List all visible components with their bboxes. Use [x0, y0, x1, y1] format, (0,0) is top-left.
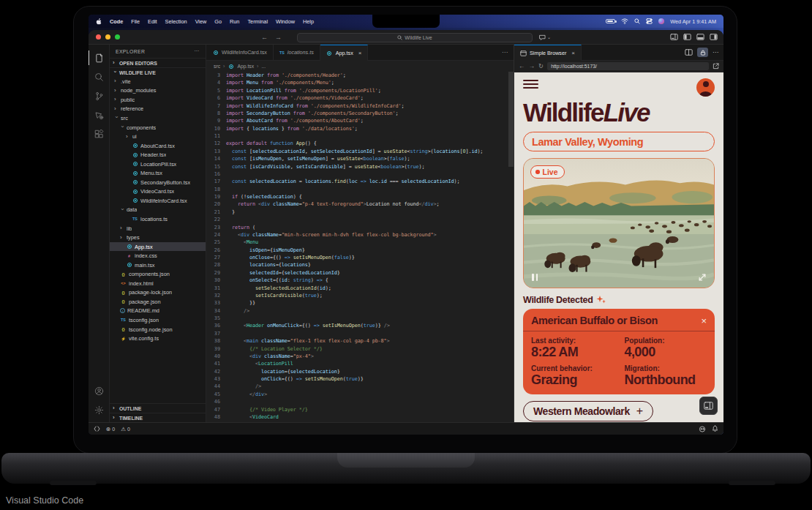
forward-icon[interactable]: → — [275, 34, 282, 41]
tree-file-AboutCard.tsx[interactable]: AboutCard.tsx — [110, 141, 206, 151]
code-editor[interactable]: 3456789101112131415161718192021222324252… — [206, 72, 514, 422]
tab-wildlifeinfocard[interactable]: WildlifeInfoCard.tsx — [206, 45, 274, 60]
pause-icon[interactable] — [532, 274, 538, 281]
tree-folder-node_modules[interactable]: ›node_modules — [110, 86, 206, 96]
tree-folder-src[interactable]: ›src — [110, 113, 206, 123]
tree-file-locations.ts[interactable]: TSlocations.ts — [110, 214, 206, 224]
menubar-item-go[interactable]: Go — [214, 18, 222, 25]
tree-file-Header.tsx[interactable]: Header.tsx — [110, 150, 206, 160]
menubar-item-window[interactable]: Window — [276, 18, 295, 25]
tree-file-VideoCard.tsx[interactable]: VideoCard.tsx — [110, 187, 206, 197]
tree-folder-components[interactable]: ›components — [110, 123, 206, 132]
browser-reload-icon[interactable]: ↻ — [538, 63, 544, 70]
breadcrumb-file[interactable]: App.tsx — [237, 64, 254, 69]
tab-app-active[interactable]: App.tsx × — [320, 45, 369, 61]
spotlight-search-icon[interactable] — [634, 18, 640, 24]
editor-scrollbar[interactable] — [508, 72, 514, 167]
source-control-icon[interactable] — [89, 86, 110, 105]
browser-forward-icon[interactable]: → — [529, 63, 535, 70]
split-editor-icon[interactable] — [685, 49, 693, 56]
next-species-button[interactable]: Western Meadowlark + — [523, 401, 653, 421]
tree-file-App.tsx[interactable]: App.tsx — [110, 242, 206, 252]
menubar-item-view[interactable]: View — [195, 18, 207, 25]
tree-folder-lib[interactable]: ›lib — [110, 224, 206, 233]
live-video-card[interactable]: Live — [523, 158, 715, 288]
copilot-menu[interactable]: ⌄ — [539, 34, 551, 40]
notifications-bell-icon[interactable] — [712, 425, 718, 432]
close-tab-icon[interactable]: × — [571, 50, 575, 56]
accounts-icon[interactable] — [89, 381, 110, 400]
menubar-item-selection[interactable]: Selection — [165, 18, 187, 25]
location-pill-button[interactable]: Lamar Valley, Wyoming — [523, 132, 715, 151]
tree-file-WildlifeInfoCard.tsx[interactable]: WildlifeInfoCard.tsx — [110, 196, 206, 206]
tree-file-components.json[interactable]: {}components.json — [110, 269, 206, 279]
problems-errors[interactable]: ⊗ 0 — [106, 426, 115, 432]
fullscreen-expand-icon[interactable] — [698, 273, 707, 282]
tab-simple-browser[interactable]: Simple Browser × — [514, 45, 582, 61]
breadcrumb-symbol[interactable]: ... — [261, 64, 266, 69]
tree-file-Menu.tsx[interactable]: Menu.tsx — [110, 168, 206, 178]
workspace-root-section[interactable]: › WILDLIFE LIVE — [110, 67, 206, 77]
tree-file-README.md[interactable]: iREADME.md — [110, 307, 206, 316]
tree-folder-types[interactable]: ›types — [110, 233, 206, 242]
menubar-item-edit[interactable]: Edit — [148, 18, 157, 25]
tree-file-tsconfig.json[interactable]: TStsconfig.json — [110, 315, 206, 325]
tree-file-tsconfig.node.json[interactable]: {}tsconfig.node.json — [110, 325, 206, 334]
tree-file-main.tsx[interactable]: main.tsx — [110, 260, 206, 270]
tree-file-package.json[interactable]: {}package.json — [110, 297, 206, 307]
tab-locations[interactable]: TS locations.ts — [274, 45, 320, 60]
menubar-item-run[interactable]: Run — [230, 18, 239, 25]
problems-warnings[interactable]: ⚠ 0 — [121, 426, 130, 432]
tree-folder-ui[interactable]: ›ui — [110, 132, 206, 141]
breadcrumb-src[interactable]: src — [214, 64, 220, 69]
tree-folder-data[interactable]: ›data — [110, 206, 206, 215]
apple-menu-icon[interactable] — [96, 18, 102, 25]
copilot-status-icon[interactable] — [699, 426, 706, 432]
timeline-section[interactable]: › TIMELINE — [110, 413, 206, 422]
tree-file-LocationPill.tsx[interactable]: LocationPill.tsx — [110, 160, 206, 169]
explorer-icon[interactable] — [89, 48, 110, 67]
editor-actions-more-icon[interactable]: ⋯ — [496, 45, 514, 60]
layout-controls-floating-button[interactable] — [699, 397, 718, 415]
browser-back-icon[interactable]: ← — [519, 63, 525, 70]
close-card-icon[interactable]: × — [701, 316, 707, 326]
url-input[interactable]: http://localhost:5173/ — [547, 62, 709, 70]
menubar-item-terminal[interactable]: Terminal — [247, 18, 268, 25]
search-sidebar-icon[interactable] — [89, 67, 110, 86]
customize-layout-icon[interactable] — [670, 34, 678, 40]
wifi-icon[interactable] — [621, 18, 628, 24]
menubar-item-file[interactable]: File — [131, 18, 140, 25]
zoom-window-button[interactable] — [115, 34, 120, 40]
battery-icon[interactable] — [606, 19, 615, 24]
tree-file-index.css[interactable]: #index.css — [110, 251, 206, 260]
outline-section[interactable]: › OUTLINE — [110, 403, 206, 413]
tree-folder-reference[interactable]: ›reference — [110, 105, 206, 114]
close-window-button[interactable] — [96, 34, 101, 40]
tree-folder-.vite[interactable]: ›.vite — [110, 77, 206, 86]
tree-folder-public[interactable]: ›public — [110, 95, 206, 105]
more-actions-icon[interactable]: ⋯ — [713, 49, 718, 56]
tree-file-package-lock.json[interactable]: {}package-lock.json — [110, 288, 206, 298]
menubar-item-help[interactable]: Help — [303, 18, 314, 25]
control-center-icon[interactable] — [646, 18, 653, 24]
back-icon[interactable]: ← — [261, 34, 268, 41]
settings-gear-icon[interactable] — [89, 400, 110, 419]
siri-icon[interactable] — [658, 18, 664, 24]
command-center-search[interactable]: Wildlife Live — [297, 33, 533, 42]
explorer-more-icon[interactable]: ⋯ — [194, 48, 200, 54]
lock-editor-group-button[interactable] — [697, 48, 708, 57]
close-tab-icon[interactable]: × — [358, 50, 362, 56]
profile-avatar[interactable] — [696, 78, 715, 97]
menubar-item-code[interactable]: Code — [110, 18, 123, 25]
run-debug-icon[interactable] — [89, 105, 110, 124]
tree-file-index.html[interactable]: <>index.html — [110, 279, 206, 288]
open-external-icon[interactable] — [713, 63, 719, 70]
menubar-clock[interactable]: Wed Apr 1 9:41 AM — [670, 18, 716, 25]
minimize-window-button[interactable] — [105, 34, 110, 40]
toggle-panel-icon[interactable] — [696, 34, 704, 40]
extensions-icon[interactable] — [89, 124, 110, 143]
remote-indicator[interactable] — [94, 426, 100, 432]
toggle-primary-sidebar-icon[interactable] — [683, 34, 691, 40]
tree-file-vite.config.ts[interactable]: ⚡vite.config.ts — [110, 334, 206, 343]
toggle-secondary-sidebar-icon[interactable] — [710, 34, 718, 40]
